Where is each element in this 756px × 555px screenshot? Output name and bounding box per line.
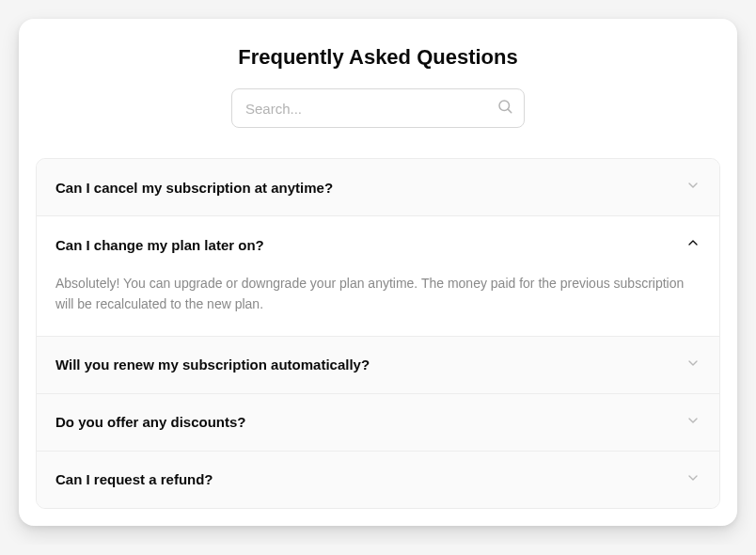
faq-toggle[interactable]: Do you offer any discounts? <box>37 394 719 451</box>
faq-item: Do you offer any discounts? <box>37 394 719 452</box>
search-box <box>231 88 525 128</box>
faq-question: Do you offer any discounts? <box>55 414 246 430</box>
faq-card: Frequently Asked Questions Can I cancel … <box>19 19 737 526</box>
chevron-down-icon <box>685 470 701 489</box>
faq-toggle[interactable]: Can I request a refund? <box>37 452 719 508</box>
chevron-down-icon <box>685 178 701 197</box>
faq-item: Can I request a refund? <box>37 452 719 508</box>
page-title: Frequently Asked Questions <box>36 45 720 70</box>
faq-item: Will you renew my subscription automatic… <box>37 337 719 394</box>
faq-item: Can I change my plan later on? Absolutel… <box>37 216 719 337</box>
chevron-down-icon <box>685 413 701 432</box>
faq-list: Can I cancel my subscription at anytime?… <box>36 158 720 509</box>
faq-answer: Absolutely! You can upgrade or downgrade… <box>37 273 719 336</box>
faq-toggle[interactable]: Can I change my plan later on? <box>37 216 719 273</box>
faq-question: Can I cancel my subscription at anytime? <box>55 180 333 196</box>
faq-question: Can I request a refund? <box>55 471 213 487</box>
faq-question: Can I change my plan later on? <box>55 237 264 253</box>
faq-toggle[interactable]: Will you renew my subscription automatic… <box>37 337 719 393</box>
search-container <box>36 88 720 128</box>
faq-item: Can I cancel my subscription at anytime? <box>37 159 719 216</box>
faq-question: Will you renew my subscription automatic… <box>55 357 370 373</box>
chevron-up-icon <box>685 235 701 254</box>
chevron-down-icon <box>685 356 701 374</box>
faq-toggle[interactable]: Can I cancel my subscription at anytime? <box>37 159 719 215</box>
search-input[interactable] <box>231 88 525 128</box>
